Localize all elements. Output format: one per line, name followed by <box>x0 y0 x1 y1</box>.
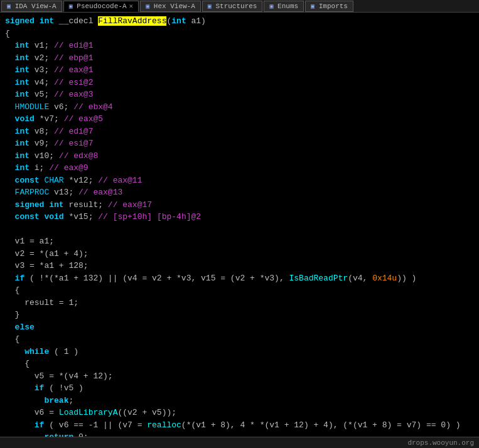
pseudo-icon: ▣ <box>69 3 73 10</box>
code-line-35: return 0; <box>5 431 474 437</box>
code-line-12: int v10; // edx@8 <box>5 150 474 163</box>
tab-pseudo-label: Pseudocode-A <box>77 3 126 10</box>
code-line-7: int v5; // eax@3 <box>5 88 474 101</box>
code-line-24: result = 1; <box>5 297 474 309</box>
code-line-15: FARPROC v13; // eax@13 <box>5 186 474 199</box>
code-line-1: signed int __cdecl FillRavAddress(int a1… <box>5 15 474 28</box>
website-label: drops.wooyun.org <box>407 439 474 447</box>
tab-structures[interactable]: ▣ Structures <box>202 1 263 12</box>
code-line-5: int v3; // eax@1 <box>5 64 474 77</box>
tab-enums[interactable]: ▣ Enums <box>264 1 304 12</box>
import-icon: ▣ <box>311 3 315 10</box>
tab-hex-label: Hex View-A <box>154 3 195 10</box>
code-line-27: { <box>5 333 474 346</box>
code-line-10: int v8; // edi@7 <box>5 125 474 138</box>
code-line-26: else <box>5 321 474 334</box>
enum-icon: ▣ <box>269 3 273 10</box>
code-line-21: v3 = *a1 + 128; <box>5 260 474 272</box>
code-line-2: { <box>5 28 474 40</box>
tab-imports[interactable]: ▣ Imports <box>305 1 353 12</box>
code-line-6: int v4; // esi@2 <box>5 77 474 89</box>
code-line-20: v2 = *(a1 + 4); <box>5 248 474 260</box>
tab-structures-label: Structures <box>215 3 257 10</box>
code-editor[interactable]: signed int __cdecl FillRavAddress(int a1… <box>0 13 479 437</box>
tab-enums-label: Enums <box>277 3 298 10</box>
code-line-14: const CHAR *v12; // eax@11 <box>5 174 474 187</box>
code-line-29: { <box>5 358 474 370</box>
ida-icon: ▣ <box>7 3 11 10</box>
code-line-13: int i; // eax@9 <box>5 162 474 174</box>
code-line-17: const void *v15; // [sp+10h] [bp-4h]@2 <box>5 211 474 223</box>
code-line-4: int v2; // ebp@1 <box>5 52 474 65</box>
code-line-9: void *v7; // eax@5 <box>5 113 474 125</box>
tab-imports-label: Imports <box>319 3 348 10</box>
close-icon[interactable]: ✕ <box>129 2 134 10</box>
code-line-18 <box>5 223 474 236</box>
code-line-19: v1 = a1; <box>5 235 474 248</box>
code-line-28: while ( 1 ) <box>5 346 474 358</box>
code-line-16: signed int result; // eax@17 <box>5 199 474 211</box>
code-line-25: } <box>5 309 474 321</box>
code-line-22: if ( !*(*a1 + 132) || (v4 = v2 + *v3, v1… <box>5 272 474 285</box>
struct-icon: ▣ <box>208 3 212 10</box>
code-line-34: if ( v6 == -1 || (v7 = realloc(*(v1 + 8)… <box>5 419 474 432</box>
tab-ida-label: IDA View-A <box>15 3 57 10</box>
hex-icon: ▣ <box>146 3 149 10</box>
code-line-8: HMODULE v6; // ebx@4 <box>5 101 474 114</box>
code-line-31: if ( !v5 ) <box>5 382 474 395</box>
code-line-33: v6 = LoadLibraryA((v2 + v5)); <box>5 407 474 419</box>
code-line-3: int v1; // edi@1 <box>5 40 474 52</box>
code-line-30: v5 = *(v4 + 12); <box>5 370 474 383</box>
status-bar: drops.wooyun.org <box>0 437 479 448</box>
tab-pseudocode[interactable]: ▣ Pseudocode-A ✕ <box>63 1 139 12</box>
tab-hex-view[interactable]: ▣ Hex View-A <box>140 1 201 12</box>
code-line-11: int v9; // esi@7 <box>5 137 474 150</box>
code-line-23: { <box>5 284 474 297</box>
tab-ida-view[interactable]: ▣ IDA View-A <box>1 1 62 12</box>
tab-bar: ▣ IDA View-A ▣ Pseudocode-A ✕ ▣ Hex View… <box>0 0 479 13</box>
code-line-32: break; <box>5 395 474 407</box>
